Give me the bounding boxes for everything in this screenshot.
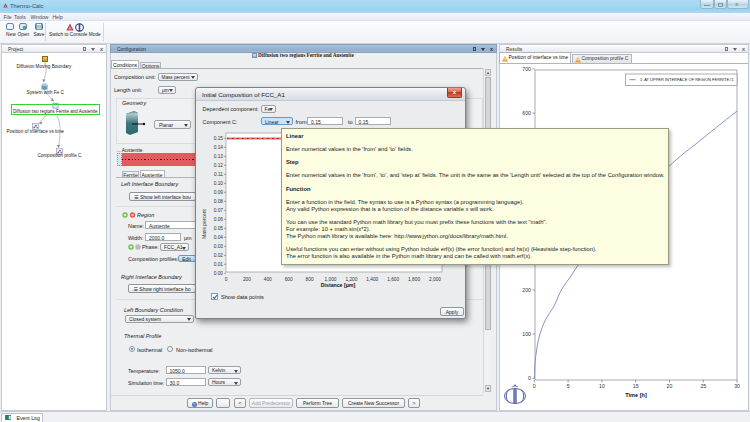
svg-text:800: 800 (306, 277, 314, 282)
svg-text:5: 5 (567, 383, 570, 389)
svg-text:0.02: 0.02 (214, 253, 224, 258)
svg-text:0.01: 0.01 (214, 262, 224, 267)
svg-text:100: 100 (522, 331, 531, 337)
svg-text:0.04: 0.04 (214, 235, 224, 240)
svg-text:0.14: 0.14 (214, 145, 224, 150)
svg-text:0.12: 0.12 (214, 163, 224, 168)
svg-text:0.08: 0.08 (214, 199, 224, 204)
svg-text:0.06: 0.06 (214, 217, 224, 222)
svg-text:600: 600 (285, 277, 293, 282)
svg-text:0: 0 (528, 375, 531, 381)
svg-text:0.00: 0.00 (214, 271, 224, 276)
svg-text:2,000: 2,000 (429, 277, 441, 282)
svg-text:1,400: 1,400 (366, 277, 378, 282)
svg-text:0.15: 0.15 (214, 136, 224, 141)
svg-text:20: 20 (667, 383, 673, 389)
svg-text:200: 200 (243, 277, 251, 282)
svg-text:0.13: 0.13 (214, 154, 224, 159)
svg-text:Distance [μm]: Distance [μm] (321, 282, 356, 288)
svg-text:1: AT UPPER INTERFACE OF REGI: 1: AT UPPER INTERFACE OF REGION FERRITE#… (640, 77, 734, 82)
svg-text:10: 10 (599, 383, 605, 389)
svg-text:600: 600 (522, 110, 531, 116)
svg-text:30: 30 (734, 383, 740, 389)
svg-text:0: 0 (533, 383, 536, 389)
svg-text:0.10: 0.10 (214, 181, 224, 186)
svg-text:25: 25 (700, 383, 706, 389)
svg-text:200: 200 (522, 287, 531, 293)
svg-text:400: 400 (264, 277, 272, 282)
svg-text:0.03: 0.03 (214, 244, 224, 249)
svg-text:0.05: 0.05 (214, 226, 224, 231)
svg-text:1,600: 1,600 (387, 277, 399, 282)
svg-text:700: 700 (522, 66, 531, 72)
svg-text:1,800: 1,800 (408, 277, 420, 282)
svg-text:0.09: 0.09 (214, 190, 224, 195)
svg-text:0.07: 0.07 (214, 208, 224, 213)
svg-text:Time [h]: Time [h] (625, 392, 647, 398)
svg-text:15: 15 (633, 383, 639, 389)
svg-text:0.11: 0.11 (214, 172, 223, 177)
svg-text:0: 0 (225, 277, 228, 282)
svg-text:Mass percent: Mass percent (201, 208, 207, 239)
